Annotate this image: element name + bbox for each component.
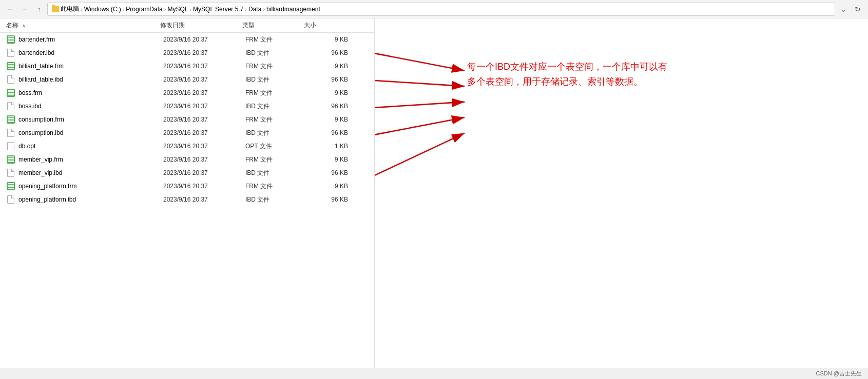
svg-line-1	[375, 53, 465, 71]
file-icon-wrapper	[6, 49, 15, 57]
file-type: IBD 文件	[245, 49, 307, 57]
file-type: IBD 文件	[245, 169, 307, 177]
col-type-header[interactable]: 类型	[242, 21, 304, 30]
file-date: 2023/9/16 20:37	[163, 63, 245, 70]
table-row[interactable]: consumption.ibd 2023/9/16 20:37 IBD 文件 9…	[0, 126, 374, 139]
file-size: 9 KB	[307, 89, 358, 96]
table-row[interactable]: boss.frm 2023/9/16 20:37 FRM 文件 9 KB	[0, 86, 374, 99]
file-type: IBD 文件	[245, 195, 307, 204]
file-size: 96 KB	[307, 49, 358, 56]
file-name: opening_platform.frm	[18, 183, 163, 190]
breadcrumb-sep: ›	[81, 6, 83, 12]
refresh-button[interactable]: ↻	[852, 3, 864, 15]
file-type: FRM 文件	[245, 89, 307, 97]
ibd-icon	[7, 169, 14, 177]
file-type: FRM 文件	[245, 62, 307, 71]
file-icon-wrapper	[6, 102, 15, 110]
file-icon-wrapper	[6, 89, 15, 97]
breadcrumb-item[interactable]: MySQL Server 5.7	[193, 6, 243, 13]
nav-right: ⌄ ↻	[837, 3, 864, 15]
file-size: 9 KB	[307, 183, 358, 190]
table-row[interactable]: db.opt 2023/9/16 20:37 OPT 文件 1 KB	[0, 139, 374, 153]
file-date: 2023/9/16 20:37	[163, 169, 245, 176]
frm-icon	[7, 182, 15, 190]
breadcrumb-item[interactable]: billiardmanagement	[266, 6, 320, 13]
file-name: consumption.ibd	[18, 129, 163, 136]
dropdown-button[interactable]: ⌄	[837, 3, 850, 15]
annotation-text: 每一个IBD文件对应一个表空间，一个库中可以有 多个表空间，用于存储记录、索引等…	[467, 59, 667, 89]
file-date: 2023/9/16 20:37	[163, 76, 245, 83]
column-header[interactable]: 名称 ∧ 修改日期 类型 大小	[0, 18, 374, 33]
file-size: 96 KB	[307, 169, 358, 176]
forward-button[interactable]: →	[18, 3, 31, 15]
file-type: FRM 文件	[245, 35, 307, 44]
file-name: db.opt	[18, 143, 163, 150]
back-button[interactable]: ←	[4, 3, 16, 15]
breadcrumb-item[interactable]: 此电脑	[61, 5, 79, 13]
nav-bar: ← → ↑ 此电脑 › Windows (C:) › ProgramData ›…	[0, 0, 868, 18]
file-size: 1 KB	[307, 143, 358, 150]
file-date: 2023/9/16 20:37	[163, 103, 245, 110]
col-name-header[interactable]: 名称 ∧	[6, 21, 160, 30]
breadcrumb-item[interactable]: ProgramData	[126, 6, 162, 13]
file-date: 2023/9/16 20:37	[163, 143, 245, 150]
col-size-header[interactable]: 大小	[304, 21, 355, 30]
breadcrumb-item[interactable]: Windows (C:)	[84, 6, 121, 13]
frm-icon	[7, 155, 15, 164]
file-panel: 名称 ∧ 修改日期 类型 大小 bartender.frm 2023/9/16 …	[0, 18, 375, 368]
up-button[interactable]: ↑	[33, 3, 45, 15]
table-row[interactable]: billiard_table.ibd 2023/9/16 20:37 IBD 文…	[0, 73, 374, 86]
file-icon-wrapper	[6, 75, 15, 84]
table-row[interactable]: billiard_table.frm 2023/9/16 20:37 FRM 文…	[0, 59, 374, 73]
breadcrumb-item[interactable]: Data	[248, 6, 261, 13]
file-size: 9 KB	[307, 63, 358, 70]
file-type: IBD 文件	[245, 75, 307, 84]
frm-icon	[7, 62, 15, 70]
file-icon-wrapper	[6, 129, 15, 137]
col-date-header[interactable]: 修改日期	[160, 21, 242, 30]
svg-line-2	[375, 81, 465, 86]
file-icon-wrapper	[6, 155, 15, 164]
file-name: boss.ibd	[18, 103, 163, 110]
file-type: OPT 文件	[245, 142, 307, 151]
ibd-icon	[7, 49, 14, 57]
file-icon-wrapper	[6, 182, 15, 190]
main-container: ← → ↑ 此电脑 › Windows (C:) › ProgramData ›…	[0, 0, 868, 379]
breadcrumb-sep: ›	[245, 6, 247, 12]
file-type: IBD 文件	[245, 129, 307, 137]
table-row[interactable]: member_vip.frm 2023/9/16 20:37 FRM 文件 9 …	[0, 153, 374, 166]
file-date: 2023/9/16 20:37	[163, 129, 245, 136]
content-area: 名称 ∧ 修改日期 类型 大小 bartender.frm 2023/9/16 …	[0, 18, 868, 368]
file-size: 96 KB	[307, 196, 358, 203]
table-row[interactable]: bartender.ibd 2023/9/16 20:37 IBD 文件 96 …	[0, 46, 374, 59]
table-row[interactable]: boss.ibd 2023/9/16 20:37 IBD 文件 96 KB	[0, 99, 374, 113]
file-date: 2023/9/16 20:37	[163, 89, 245, 96]
breadcrumb[interactable]: 此电脑 › Windows (C:) › ProgramData › MySQL…	[47, 3, 835, 16]
file-name: consumption.frm	[18, 116, 163, 123]
file-name: opening_platform.ibd	[18, 196, 163, 203]
frm-icon	[7, 35, 15, 44]
table-row[interactable]: opening_platform.ibd 2023/9/16 20:37 IBD…	[0, 193, 374, 206]
watermark: CSDN @吉士先生	[816, 370, 862, 377]
ibd-icon	[7, 102, 14, 110]
file-date: 2023/9/16 20:37	[163, 183, 245, 190]
file-type: FRM 文件	[245, 115, 307, 124]
annotation-area: 每一个IBD文件对应一个表空间，一个库中可以有 多个表空间，用于存储记录、索引等…	[375, 18, 868, 368]
breadcrumb-sep: ›	[189, 6, 191, 12]
file-name: boss.frm	[18, 89, 163, 96]
file-size: 96 KB	[307, 103, 358, 110]
file-type: FRM 文件	[245, 182, 307, 191]
table-row[interactable]: consumption.frm 2023/9/16 20:37 FRM 文件 9…	[0, 113, 374, 126]
sort-arrow: ∧	[22, 23, 26, 28]
file-icon-wrapper	[6, 195, 15, 204]
svg-line-3	[375, 102, 465, 108]
file-size: 9 KB	[307, 116, 358, 123]
table-row[interactable]: opening_platform.frm 2023/9/16 20:37 FRM…	[0, 179, 374, 193]
breadcrumb-sep: ›	[164, 6, 166, 12]
file-size: 9 KB	[307, 36, 358, 43]
file-icon-wrapper	[6, 142, 15, 150]
table-row[interactable]: bartender.frm 2023/9/16 20:37 FRM 文件 9 K…	[0, 33, 374, 46]
table-row[interactable]: member_vip.ibd 2023/9/16 20:37 IBD 文件 96…	[0, 166, 374, 179]
file-date: 2023/9/16 20:37	[163, 49, 245, 56]
breadcrumb-item[interactable]: MySQL	[167, 6, 188, 13]
